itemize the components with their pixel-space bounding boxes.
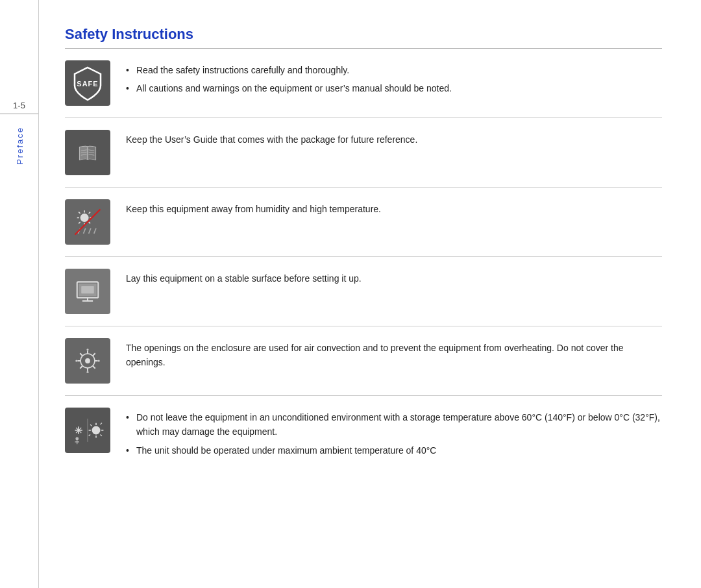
humidity-icon [65, 199, 110, 245]
temperature-bullet: The unit should be operated under maximu… [126, 443, 662, 458]
svg-point-33 [85, 358, 90, 363]
ventilation-icon [65, 338, 110, 384]
instruction-text-book: Keep the User’s Guide that comes with th… [126, 130, 662, 147]
book-icon [65, 130, 110, 175]
instruction-row-ventilation: The openings on the enclosure are used f… [65, 326, 662, 396]
book-paragraph: Keep the User’s Guide that comes with th… [126, 132, 662, 147]
stable-paragraph: Lay this equipment on a stable surface b… [126, 271, 662, 286]
sidebar: 1-5 Preface [0, 0, 39, 588]
svg-text:SAFE: SAFE [77, 80, 98, 88]
svg-point-61 [75, 437, 79, 441]
instruction-row-book: Keep the User’s Guide that comes with th… [65, 118, 662, 188]
sidebar-label: Preface [14, 127, 24, 165]
ventilation-paragraph: The openings on the enclosure are used f… [126, 341, 662, 370]
svg-point-45 [98, 360, 100, 361]
instruction-row-temperature: Do not leave the equipment in an uncondi… [65, 396, 662, 473]
instruction-text-stable: Lay this equipment on a stable surface b… [126, 269, 662, 286]
safe-bullets: Read the safety instructions carefully a… [126, 63, 662, 96]
temperature-bullets: Do not leave the equipment in an uncondi… [126, 410, 662, 458]
section-title: Safety Instructions [65, 26, 662, 43]
instruction-text-temperature: Do not leave the equipment in an uncondi… [126, 408, 662, 461]
temperature-bullet: Do not leave the equipment in an uncondi… [126, 410, 662, 439]
instruction-text-ventilation: The openings on the enclosure are used f… [126, 338, 662, 370]
instruction-row-safe: SAFE Read the safety instructions carefu… [65, 49, 662, 118]
svg-point-52 [92, 426, 101, 435]
instruction-text-safe: Read the safety instructions carefully a… [126, 60, 662, 100]
svg-point-43 [86, 371, 88, 373]
svg-point-44 [75, 360, 77, 361]
svg-point-11 [80, 214, 89, 222]
safe-bullet: Read the safety instructions carefully a… [126, 63, 662, 77]
svg-point-42 [86, 349, 88, 350]
svg-rect-30 [81, 286, 94, 293]
instruction-text-humidity: Keep this equipment away from humidity a… [126, 199, 662, 216]
safe-icon: SAFE [65, 60, 110, 106]
humidity-paragraph: Keep this equipment away from humidity a… [126, 202, 662, 216]
safe-bullet: All cautions and warnings on the equipme… [126, 81, 662, 95]
page-number: 1-5 [0, 101, 38, 110]
main-content: Safety Instructions SAFE Read the safety… [39, 0, 701, 588]
sidebar-divider [0, 114, 38, 114]
instruction-row-humidity: Keep this equipment away from humidity a… [65, 188, 662, 257]
stable-icon [65, 269, 110, 314]
temperature-icon [65, 408, 110, 453]
instruction-row-stable: Lay this equipment on a stable surface b… [65, 257, 662, 326]
